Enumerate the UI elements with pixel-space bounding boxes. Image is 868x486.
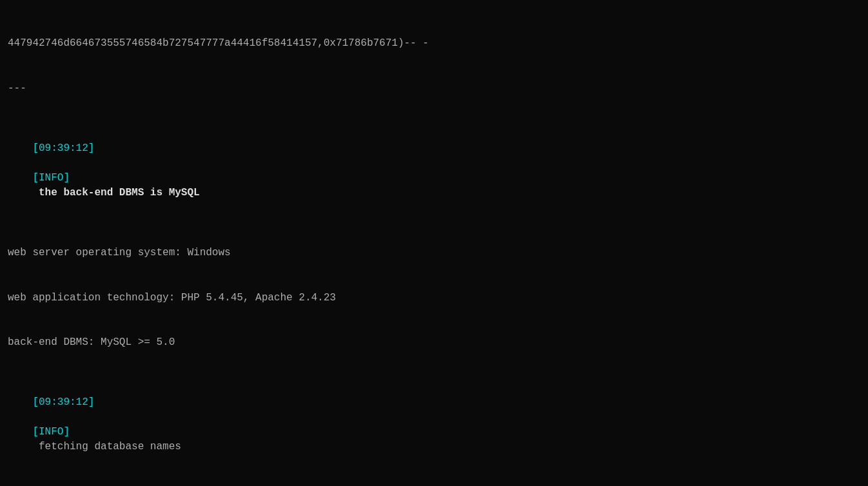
time-stamp: [09:39:12] xyxy=(32,142,94,154)
info-tag: [INFO] xyxy=(32,172,70,184)
info-message: the back-end DBMS is MySQL xyxy=(32,187,199,199)
web-os-line: web server operating system: Windows xyxy=(8,246,860,260)
time-stamp-2: [09:39:12] xyxy=(32,396,94,408)
fetch-msg: fetching database names xyxy=(32,441,181,452)
hash-line: 447942746d664673555746584b727547777a4441… xyxy=(8,36,860,51)
web-tech-line: web application technology: PHP 5.4.45, … xyxy=(8,291,860,306)
info-tag-2: [INFO] xyxy=(32,426,70,438)
dashes-line: --- xyxy=(8,81,860,96)
backend-dbms-line: back-end DBMS: MySQL >= 5.0 xyxy=(8,335,860,350)
terminal-output: 447942746d664673555746584b727547777a4441… xyxy=(8,6,860,486)
info-dbms-line: [09:39:12] [INFO] the back-end DBMS is M… xyxy=(8,126,860,216)
info-fetching-line: [09:39:12] [INFO] fetching database name… xyxy=(8,380,860,470)
